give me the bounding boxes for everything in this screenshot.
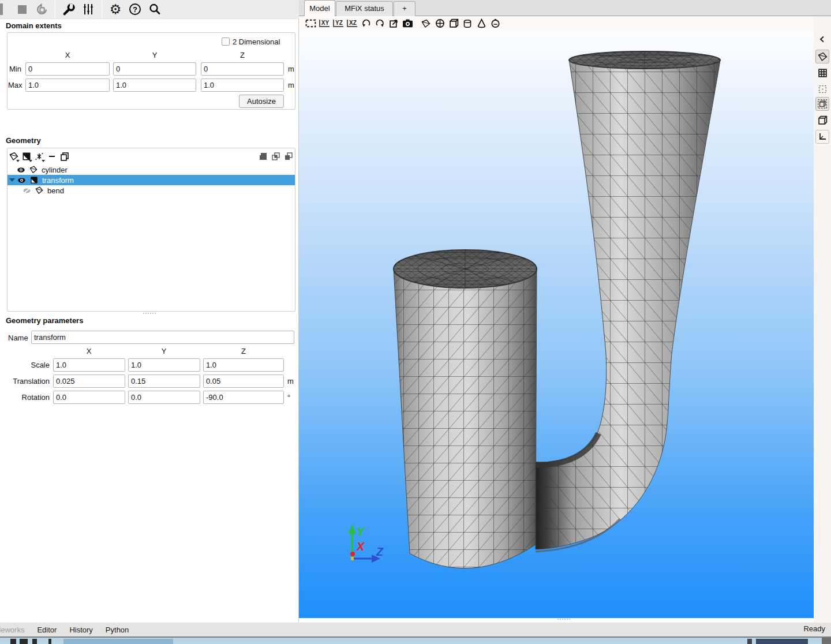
tab-add[interactable]: +	[394, 1, 415, 16]
tree-row-bend[interactable]: bend	[8, 185, 295, 196]
panel-splitter-handle[interactable]	[143, 313, 156, 315]
toolbar-separator	[55, 1, 55, 18]
tree-label-transform: transform	[42, 176, 74, 185]
translation-label: Translation	[0, 377, 50, 385]
visible-eye-icon[interactable]	[17, 166, 25, 174]
tab-editor[interactable]: Editor	[37, 626, 57, 634]
filter-type-icon	[30, 176, 38, 184]
axis-widget: Y X Z	[349, 525, 384, 563]
two-dimensional-label: 2 Dimensional	[233, 38, 280, 46]
regions-icon[interactable]	[815, 82, 829, 96]
axis-x-label: X	[356, 540, 365, 553]
min-unit: m	[288, 65, 294, 73]
right-mode-toolbar	[814, 16, 831, 622]
framed-cube-icon[interactable]	[815, 97, 829, 111]
help-icon[interactable]: ?	[126, 2, 144, 17]
settings-gear-icon[interactable]: ⚙	[107, 2, 124, 17]
toggle-axes-sphere-icon[interactable]	[433, 17, 447, 30]
toggle-cube-icon[interactable]	[447, 17, 461, 30]
axis-z-label: Z	[376, 545, 384, 558]
rotate-left-icon[interactable]	[359, 17, 373, 30]
geometry-mode-icon[interactable]	[815, 50, 829, 63]
xmax-field[interactable]	[25, 78, 110, 92]
add-geometry-icon[interactable]	[8, 151, 20, 162]
geometry-toolbar	[8, 148, 295, 164]
rotation-unit: °	[287, 393, 290, 402]
collapse-chevron-icon[interactable]	[815, 32, 829, 46]
mesh-grid-icon[interactable]	[815, 66, 829, 80]
tab-model[interactable]: Model	[304, 0, 335, 16]
expander-icon[interactable]	[9, 178, 15, 182]
zmin-field[interactable]	[201, 62, 284, 76]
translation-z-field[interactable]	[203, 375, 284, 388]
add-filter-icon[interactable]	[20, 151, 33, 162]
rotation-z-field[interactable]	[203, 391, 284, 404]
toggle-dome-icon[interactable]	[488, 17, 502, 30]
tree-row-cylinder[interactable]: cylinder	[8, 164, 295, 175]
ymax-field[interactable]	[113, 78, 196, 92]
toggle-cone-icon[interactable]	[474, 17, 488, 30]
toggle-geometry-icon[interactable]	[419, 17, 433, 30]
view-xz-icon[interactable]: XZ	[345, 17, 359, 30]
rotation-label: Rotation	[0, 393, 50, 402]
boolean-intersect-icon[interactable]	[269, 151, 282, 162]
viewport-tabbar: Model MFiX status +	[299, 0, 831, 16]
translation-y-field[interactable]	[128, 375, 200, 388]
tab-mfix-status[interactable]: MFiX status	[336, 1, 393, 16]
boolean-difference-icon[interactable]	[282, 151, 295, 162]
scale-label: Scale	[0, 361, 50, 369]
name-field[interactable]	[31, 331, 294, 344]
main-toolbar: ⚙ ?	[0, 0, 299, 19]
tree-label-bend: bend	[47, 186, 64, 195]
background-window-sliver	[0, 636, 831, 644]
search-icon[interactable]	[146, 2, 163, 17]
column-y-header: Y	[137, 51, 172, 59]
ymin-field[interactable]	[113, 62, 196, 76]
mesh-model: Y X Z	[299, 31, 814, 618]
screenshot-camera-icon[interactable]	[400, 17, 414, 30]
run-partial-icon[interactable]	[0, 3, 3, 15]
app-window: ⚙ ? Domain extents 2 Dimensional X Y Z M…	[0, 0, 831, 644]
rotation-x-field[interactable]	[53, 391, 125, 404]
reset-icon[interactable]	[33, 2, 50, 17]
geometry-type-icon	[35, 186, 43, 194]
rotate-right-icon[interactable]	[373, 17, 387, 30]
scale-x-field[interactable]	[53, 358, 125, 372]
visible-eye-icon[interactable]	[17, 176, 26, 185]
tab-history[interactable]: History	[69, 626, 92, 634]
axes-widget-icon[interactable]	[815, 130, 829, 144]
autosize-button[interactable]: Autosize	[239, 95, 284, 108]
tab-nodeworks[interactable]: deworks	[0, 626, 24, 634]
scale-z-field[interactable]	[203, 358, 284, 372]
translation-unit: m	[287, 377, 294, 385]
stop-icon[interactable]	[13, 2, 31, 17]
wizard-icon[interactable]	[33, 151, 46, 162]
view-yz-icon[interactable]: YZ	[331, 17, 345, 30]
reset-view-icon[interactable]	[304, 17, 317, 30]
remove-geometry-icon[interactable]	[46, 151, 58, 162]
tab-python[interactable]: Python	[106, 626, 129, 634]
translation-x-field[interactable]	[53, 375, 125, 388]
geometry-type-icon	[29, 166, 38, 174]
domain-extents-title: Domain extents	[6, 21, 62, 30]
two-dimensional-checkbox[interactable]	[222, 38, 230, 46]
rotation-y-field[interactable]	[128, 391, 200, 404]
copy-geometry-icon[interactable]	[58, 151, 71, 162]
zmax-field[interactable]	[201, 78, 284, 92]
wrench-icon[interactable]	[60, 2, 77, 17]
sliders-icon[interactable]	[80, 2, 97, 17]
model-setup-panel: Domain extents 2 Dimensional X Y Z Min m…	[0, 19, 299, 622]
view-xy-icon[interactable]: XY	[317, 17, 331, 30]
cube-view-icon[interactable]	[815, 113, 829, 127]
toggle-cylinder-icon[interactable]	[461, 17, 474, 30]
scale-y-field[interactable]	[128, 358, 200, 372]
max-unit: m	[288, 81, 294, 89]
viewport-3d-canvas[interactable]: Y X Z	[299, 31, 814, 618]
hidden-eye-icon[interactable]	[23, 186, 31, 195]
xmin-field[interactable]	[25, 62, 110, 76]
perspective-icon[interactable]	[387, 17, 400, 30]
console-splitter-handle[interactable]	[557, 619, 570, 621]
window-corner	[822, 638, 831, 644]
tree-row-transform[interactable]: transform	[8, 175, 295, 185]
boolean-union-icon[interactable]	[257, 151, 269, 162]
